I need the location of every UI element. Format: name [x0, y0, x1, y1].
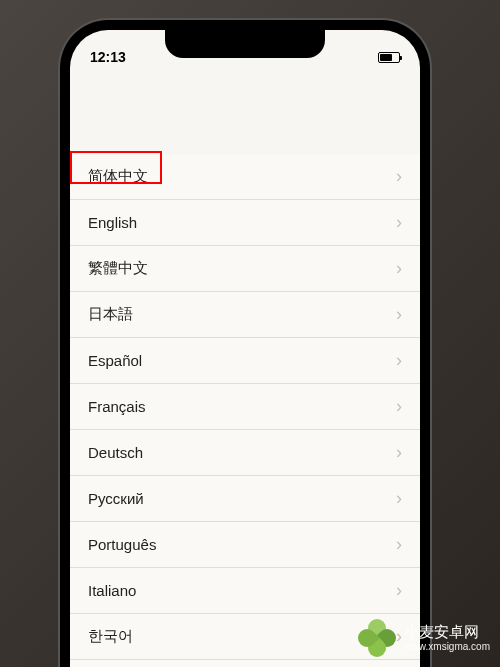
language-label: 日本語 — [88, 305, 133, 324]
language-row[interactable]: Türkçe› — [70, 660, 420, 667]
chevron-right-icon: › — [396, 442, 402, 463]
language-label: Deutsch — [88, 444, 143, 461]
language-label: 繁體中文 — [88, 259, 148, 278]
language-label: 简体中文 — [88, 167, 148, 186]
chevron-right-icon: › — [396, 580, 402, 601]
watermark-logo-icon — [356, 617, 398, 659]
language-row[interactable]: 简体中文› — [70, 154, 420, 200]
language-row[interactable]: Español› — [70, 338, 420, 384]
language-row[interactable]: Deutsch› — [70, 430, 420, 476]
language-label: English — [88, 214, 137, 231]
phone-frame: 12:13 简体中文›English›繁體中文›日本語›Español›Fran… — [60, 20, 430, 667]
language-row[interactable]: Italiano› — [70, 568, 420, 614]
language-label: Русский — [88, 490, 144, 507]
language-row[interactable]: 日本語› — [70, 292, 420, 338]
watermark-title: 小麦安卓网 — [404, 623, 490, 641]
status-time: 12:13 — [90, 49, 126, 65]
chevron-right-icon: › — [396, 534, 402, 555]
header-space — [70, 74, 420, 154]
language-label: Português — [88, 536, 156, 553]
language-row[interactable]: Русский› — [70, 476, 420, 522]
language-label: 한국어 — [88, 627, 133, 646]
chevron-right-icon: › — [396, 304, 402, 325]
chevron-right-icon: › — [396, 350, 402, 371]
language-row[interactable]: Français› — [70, 384, 420, 430]
language-row[interactable]: English› — [70, 200, 420, 246]
chevron-right-icon: › — [396, 488, 402, 509]
status-right — [378, 52, 400, 63]
watermark-text: 小麦安卓网 www.xmsigma.com — [404, 623, 490, 653]
language-row[interactable]: Português› — [70, 522, 420, 568]
language-label: Español — [88, 352, 142, 369]
phone-screen: 12:13 简体中文›English›繁體中文›日本語›Español›Fran… — [70, 30, 420, 667]
chevron-right-icon: › — [396, 258, 402, 279]
watermark-url: www.xmsigma.com — [404, 641, 490, 653]
watermark: 小麦安卓网 www.xmsigma.com — [356, 617, 490, 659]
chevron-right-icon: › — [396, 396, 402, 417]
chevron-right-icon: › — [396, 212, 402, 233]
battery-icon — [378, 52, 400, 63]
chevron-right-icon: › — [396, 166, 402, 187]
language-label: Français — [88, 398, 146, 415]
language-row[interactable]: 繁體中文› — [70, 246, 420, 292]
notch — [165, 30, 325, 58]
language-label: Italiano — [88, 582, 136, 599]
language-list: 简体中文›English›繁體中文›日本語›Español›Français›D… — [70, 154, 420, 667]
